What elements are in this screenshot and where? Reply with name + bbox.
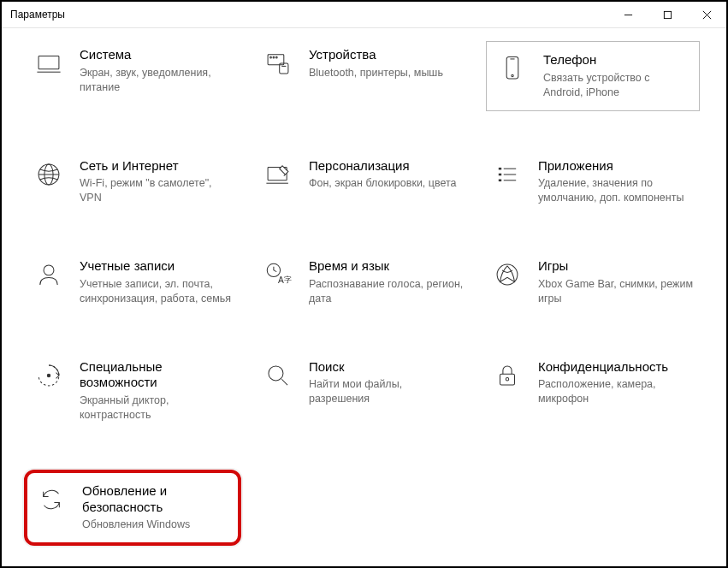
tile-desc: Xbox Game Bar, снимки, режим игры: [538, 277, 694, 306]
tile-desc: Найти мои файлы, разрешения: [309, 377, 465, 406]
tile-phone[interactable]: Телефон Связать устройство с Android, iP…: [486, 41, 700, 111]
settings-grid-container: Система Экран, звук, уведомления, питани…: [2, 28, 726, 563]
svg-point-9: [275, 56, 277, 58]
gaming-icon: [490, 258, 524, 289]
tile-title: Сеть и Интернет: [80, 158, 235, 175]
tile-title: Персонализация: [309, 158, 457, 175]
tile-title: Конфиденциальность: [538, 359, 694, 376]
svg-rect-4: [38, 56, 59, 69]
svg-point-7: [270, 56, 272, 58]
tile-desc: Распознавание голоса, регион, дата: [309, 277, 465, 306]
svg-line-30: [274, 270, 276, 272]
svg-point-27: [44, 265, 54, 275]
svg-line-20: [284, 175, 286, 176]
tile-desc: Bluetooth, принтеры, мышь: [309, 66, 443, 80]
tile-apps[interactable]: Приложения Удаление, значения по умолчан…: [486, 152, 700, 212]
svg-text:字: 字: [284, 275, 292, 284]
minimize-icon: [624, 10, 633, 20]
tile-time-language[interactable]: A字 Время и язык Распознавание голоса, ре…: [257, 252, 471, 312]
tile-desc: Фон, экран блокировки, цвета: [309, 176, 457, 191]
time-language-icon: A字: [261, 258, 295, 289]
svg-point-34: [47, 374, 50, 376]
tile-title: Игры: [538, 258, 694, 275]
tile-title: Телефон: [543, 52, 690, 68]
tile-title: Специальные возможности: [80, 359, 235, 392]
tile-accounts[interactable]: Учетные записи Учетные записи, эл. почта…: [27, 252, 241, 312]
tile-ease-of-access[interactable]: Специальные возможности Экранный диктор,…: [27, 353, 241, 429]
maximize-icon: [663, 10, 672, 20]
tile-network[interactable]: Сеть и Интернет Wi-Fi, режим "в самолете…: [27, 152, 241, 212]
update-security-icon: [34, 483, 68, 514]
tile-privacy[interactable]: Конфиденциальность Расположение, камера,…: [486, 353, 700, 429]
tile-title: Время и язык: [309, 258, 465, 275]
svg-point-35: [269, 365, 283, 380]
tile-desc: Связать устройство с Android, iPhone: [543, 71, 690, 100]
tile-gaming[interactable]: Игры Xbox Game Bar, снимки, режим игры: [486, 252, 700, 312]
tile-desc: Расположение, камера, микрофон: [538, 377, 694, 406]
titlebar: Параметры: [2, 2, 726, 28]
svg-point-38: [506, 377, 508, 380]
svg-text:A: A: [278, 275, 284, 285]
svg-rect-37: [500, 374, 515, 385]
window-title: Параметры: [10, 9, 65, 21]
tile-devices[interactable]: Устройства Bluetooth, принтеры, мышь: [257, 41, 471, 111]
tile-title: Учетные записи: [80, 258, 235, 275]
tile-update-security[interactable]: Обновление и безопасность Обновления Win…: [24, 470, 241, 546]
devices-icon: [261, 47, 295, 78]
tile-title: Система: [80, 47, 235, 63]
system-icon: [32, 47, 66, 78]
tile-desc: Учетные записи, эл. почта, синхронизация…: [80, 277, 235, 306]
phone-icon: [495, 52, 530, 83]
personalization-icon: [261, 158, 295, 189]
search-icon: [261, 359, 295, 390]
tile-title: Приложения: [538, 158, 694, 175]
settings-window: Параметры Система Экран, звук, уведо: [0, 0, 728, 568]
tile-desc: Удаление, значения по умолчанию, доп. ко…: [538, 176, 694, 205]
svg-rect-1: [664, 11, 671, 18]
settings-grid: Система Экран, звук, уведомления, питани…: [27, 41, 709, 546]
accounts-icon: [32, 258, 66, 289]
network-icon: [32, 158, 66, 189]
svg-point-8: [273, 56, 275, 58]
svg-rect-12: [506, 56, 518, 79]
tile-system[interactable]: Система Экран, звук, уведомления, питани…: [27, 41, 241, 111]
tile-desc: Wi-Fi, режим "в самолете", VPN: [80, 176, 235, 205]
close-icon: [702, 10, 712, 20]
tile-title: Поиск: [309, 359, 465, 376]
tile-title: Устройства: [309, 47, 443, 63]
tile-desc: Обновления Windows: [82, 518, 231, 532]
privacy-icon: [490, 359, 524, 390]
svg-point-14: [512, 74, 513, 76]
tile-desc: Экранный диктор, контрастность: [80, 393, 235, 423]
tile-desc: Экран, звук, уведомления, питание: [80, 66, 235, 95]
maximize-button[interactable]: [648, 2, 687, 27]
tile-title: Обновление и безопасность: [82, 483, 231, 516]
tile-search[interactable]: Поиск Найти мои файлы, разрешения: [257, 353, 471, 429]
close-button[interactable]: [687, 2, 726, 27]
tile-personalization[interactable]: Персонализация Фон, экран блокировки, цв…: [257, 152, 471, 212]
apps-icon: [490, 158, 524, 189]
svg-line-36: [281, 379, 287, 385]
minimize-button[interactable]: [608, 2, 648, 27]
window-controls: [608, 2, 726, 27]
ease-of-access-icon: [32, 359, 66, 390]
